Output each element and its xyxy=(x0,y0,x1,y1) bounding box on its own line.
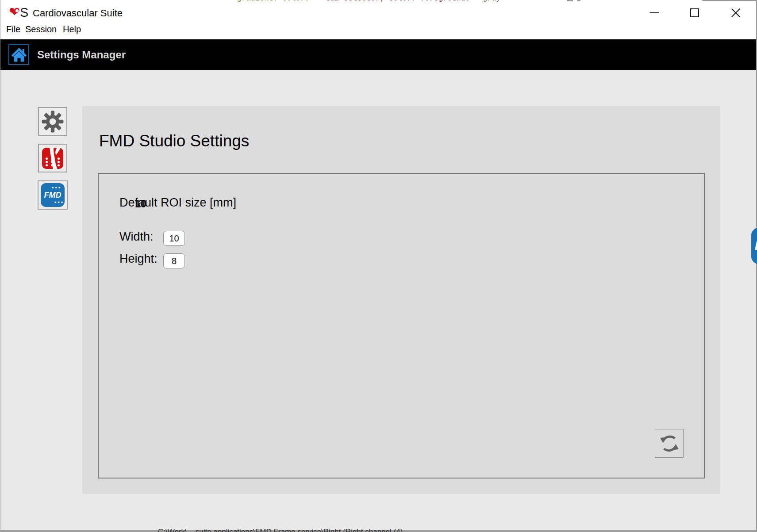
fmd-logo: ••• FMD ••• xyxy=(751,228,757,264)
gear-icon xyxy=(41,110,64,133)
fmd-logo-text: FMD xyxy=(755,239,757,253)
titlebar: ❤ S Cardiovascular Suite xyxy=(0,0,756,39)
menu-session[interactable]: Session xyxy=(25,24,57,34)
fmd-logo-text: FMD xyxy=(44,191,61,199)
menu-help[interactable]: Help xyxy=(63,24,81,34)
width-input[interactable] xyxy=(163,231,185,246)
close-button[interactable] xyxy=(726,4,746,22)
minimize-icon xyxy=(650,12,659,13)
header-bar: Settings Manager xyxy=(0,39,756,70)
panel-title: FMD Studio Settings xyxy=(99,132,249,150)
height-label: Height: xyxy=(119,252,158,266)
home-button[interactable] xyxy=(8,44,29,65)
maximize-icon xyxy=(690,8,699,17)
code-fragment: tab-selector; color: foreground: xyxy=(326,0,470,2)
heart-logo-icon: ❤ xyxy=(9,5,20,19)
app-window: gradient: color: tab-selector; color: fo… xyxy=(0,0,757,532)
refresh-button[interactable] xyxy=(655,429,684,458)
minimize-button[interactable] xyxy=(644,4,665,22)
sidebar-item-general-settings[interactable] xyxy=(38,107,67,136)
fmd-dots: ••• xyxy=(54,199,65,205)
sidebar-item-vessel-studio[interactable] xyxy=(38,144,67,172)
fmd-dots: ••• xyxy=(52,185,62,191)
page-title: Settings Manager xyxy=(37,39,126,70)
fmd-icon: ••• FMD ••• xyxy=(41,183,65,207)
roi-settings-group: Default ROI size [mm] 10 Width: Height: xyxy=(98,173,705,478)
logo-letter: S xyxy=(20,6,28,19)
vessel-icon xyxy=(42,148,63,169)
refresh-icon xyxy=(659,433,680,454)
home-icon xyxy=(11,46,27,63)
settings-panel: FMD Studio Settings ••• FMD ••• Default … xyxy=(82,106,720,494)
width-label: Width: xyxy=(119,230,154,244)
code-fragment: gray xyxy=(483,0,501,2)
clipped-background-text-bottom: C:\Work\... suite applications\FMD Frame… xyxy=(158,528,403,532)
height-input[interactable] xyxy=(163,253,185,268)
code-fragment: gradient: color: xyxy=(237,0,309,2)
sidebar-item-fmd-studio[interactable]: ••• FMD ••• xyxy=(38,180,68,210)
menu-file[interactable]: File xyxy=(6,24,20,34)
roi-overlay-value: 10 xyxy=(135,198,146,210)
maximize-button[interactable] xyxy=(684,4,705,22)
clipped-background-text-top: gradient: color: tab-selector; color: fo… xyxy=(0,0,756,2)
app-title: Cardiovascular Suite xyxy=(33,8,123,19)
